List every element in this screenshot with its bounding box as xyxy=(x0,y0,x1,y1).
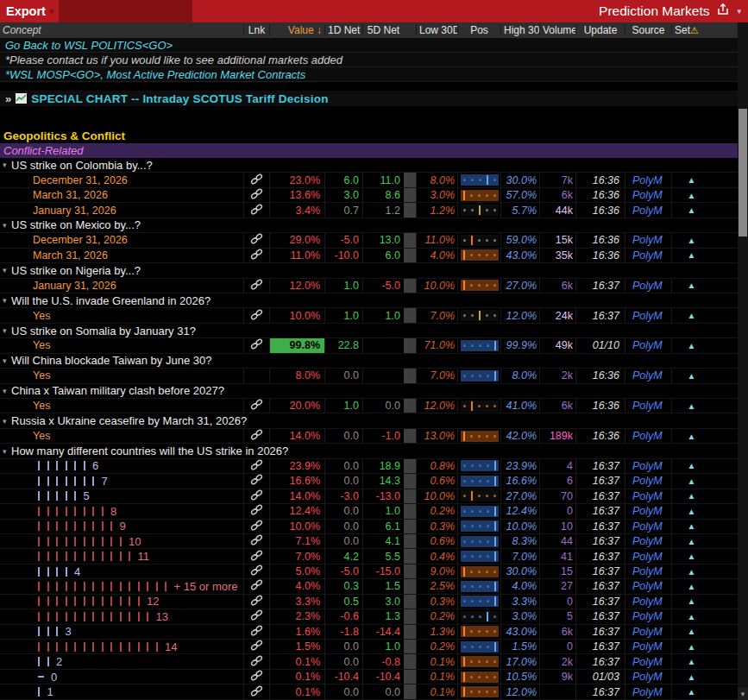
alert-triangle-icon[interactable]: ▲ xyxy=(688,205,696,215)
chain-link-icon[interactable] xyxy=(250,550,263,564)
collapse-caret-icon[interactable]: ▾ xyxy=(0,161,11,169)
collapse-caret-icon[interactable]: ▾ xyxy=(0,221,11,230)
col-pos[interactable]: Pos xyxy=(457,24,500,36)
alert-triangle-icon[interactable]: ▲ xyxy=(688,612,696,621)
vertical-scrollbar[interactable]: ▼ xyxy=(738,22,748,700)
market-question-row[interactable]: ▾China x Taiwan military clash before 20… xyxy=(0,384,738,399)
titlebar-caret-icon[interactable]: ▾ xyxy=(737,7,741,16)
alert-triangle-icon[interactable]: ▲ xyxy=(688,672,696,682)
market-question-row[interactable]: ▾US strike on Somalia by January 31? xyxy=(0,324,738,338)
alert-triangle-icon[interactable]: ▲ xyxy=(688,537,696,546)
col-concept[interactable]: Concept xyxy=(0,24,243,36)
chain-link-icon[interactable] xyxy=(250,655,263,669)
collapse-caret-icon[interactable]: ▾ xyxy=(0,266,11,274)
chain-link-icon[interactable] xyxy=(250,640,263,653)
alert-triangle-icon[interactable]: ▲ xyxy=(688,236,696,245)
chain-link-icon[interactable] xyxy=(250,204,263,218)
col-value[interactable]: Value ↓ xyxy=(269,24,324,36)
collapse-caret-icon[interactable]: ▾ xyxy=(0,387,11,395)
alert-triangle-icon[interactable]: ▲ xyxy=(688,657,696,666)
scrollbar-down-icon[interactable]: ▼ xyxy=(738,688,748,700)
chain-link-icon[interactable] xyxy=(250,399,263,413)
chain-link-icon[interactable] xyxy=(250,338,263,352)
alert-triangle-icon[interactable]: ▲ xyxy=(688,461,696,470)
chain-link-icon[interactable] xyxy=(250,173,263,187)
collapse-caret-icon[interactable]: ▾ xyxy=(0,417,11,426)
alert-triangle-icon[interactable]: ▲ xyxy=(688,341,696,350)
chain-link-icon[interactable] xyxy=(250,459,263,473)
chain-link-icon[interactable] xyxy=(250,579,263,593)
alert-triangle-icon[interactable]: ▲ xyxy=(688,596,696,606)
col-lnk[interactable]: Lnk xyxy=(243,24,269,36)
alert-triangle-icon[interactable]: ▲ xyxy=(688,401,696,411)
range-dot xyxy=(463,375,466,377)
chain-link-icon[interactable] xyxy=(250,520,263,533)
collapse-caret-icon[interactable]: ▾ xyxy=(0,296,11,305)
chain-link-icon[interactable] xyxy=(250,429,263,443)
alert-triangle-icon[interactable]: ▲ xyxy=(688,582,696,591)
alert-triangle-icon[interactable]: ▲ xyxy=(688,432,696,441)
chain-link-icon[interactable] xyxy=(250,670,263,684)
histogram-bar xyxy=(38,521,40,531)
chain-link-icon[interactable] xyxy=(250,279,263,293)
chain-link-icon[interactable] xyxy=(250,309,263,323)
chain-link-icon[interactable] xyxy=(250,685,263,699)
alert-triangle-icon[interactable]: ▲ xyxy=(688,491,696,501)
export-caret-icon[interactable]: ▾ xyxy=(49,6,54,17)
market-question-row[interactable]: ▾US strike on Colombia by...? xyxy=(0,158,738,173)
alert-triangle-icon[interactable]: ▲ xyxy=(688,567,696,577)
alert-triangle-icon[interactable]: ▲ xyxy=(688,687,696,697)
market-question-row[interactable]: ▾How many different countries will the U… xyxy=(0,444,738,458)
alert-triangle-icon[interactable]: ▲ xyxy=(688,250,696,260)
col-1d-net[interactable]: 1D Net xyxy=(324,24,362,36)
col-volume[interactable]: Volume xyxy=(539,24,575,36)
col-source[interactable]: Source xyxy=(625,24,671,36)
special-chart-link[interactable]: » SPECIAL CHART -- Intraday SCOTUS Tarif… xyxy=(0,91,738,106)
histogram-bar xyxy=(110,521,112,531)
market-question-row[interactable]: ▾US strike on Nigeria by...? xyxy=(0,263,738,278)
collapse-caret-icon[interactable]: ▾ xyxy=(0,326,11,335)
chain-link-icon[interactable] xyxy=(250,188,263,202)
market-question-row[interactable]: ▾US strike on Mexico by...? xyxy=(0,218,738,233)
chain-link-icon[interactable] xyxy=(250,249,263,262)
histogram-bar xyxy=(84,461,85,470)
collapse-caret-icon[interactable]: ▾ xyxy=(0,356,11,365)
chain-link-icon[interactable] xyxy=(250,625,263,639)
alert-triangle-icon[interactable]: ▲ xyxy=(688,642,696,652)
outcome-label: + 15 or more xyxy=(174,580,238,593)
alert-triangle-icon[interactable]: ▲ xyxy=(688,627,696,636)
alert-triangle-icon[interactable]: ▲ xyxy=(688,507,696,516)
chain-link-icon[interactable] xyxy=(250,504,263,518)
market-question-row[interactable]: ▾Will China blockade Taiwan by June 30? xyxy=(0,354,738,369)
chain-link-icon[interactable] xyxy=(250,489,263,503)
histogram-bar xyxy=(120,552,122,561)
chain-link-icon[interactable] xyxy=(250,595,263,609)
chain-link-icon[interactable] xyxy=(250,233,263,247)
col-5d-net[interactable]: 5D Net xyxy=(362,24,404,36)
market-question-row[interactable]: ▾Russia x Ukraine ceasefire by March 31,… xyxy=(0,413,738,428)
col-update[interactable]: Update xyxy=(575,24,625,36)
alert-triangle-icon[interactable]: ▲ xyxy=(688,552,696,561)
alert-triangle-icon[interactable]: ▲ xyxy=(688,311,696,320)
export-button[interactable]: Export xyxy=(0,4,49,18)
col-low-30d[interactable]: Low 30D xyxy=(416,24,457,36)
alert-triangle-icon[interactable]: ▲ xyxy=(688,191,696,200)
market-question-row[interactable]: ▾Will the U.S. invade Greenland in 2026? xyxy=(0,293,738,308)
export-dropdown-panel[interactable] xyxy=(59,0,192,22)
chain-link-icon[interactable] xyxy=(250,564,263,578)
link-wsl-mosp[interactable]: *WSL MOSP<GO>, Most Active Prediction Ma… xyxy=(0,67,738,82)
col-high-30d[interactable]: High 30D xyxy=(500,24,539,36)
alert-triangle-icon[interactable]: ▲ xyxy=(688,371,696,381)
alert-triangle-icon[interactable]: ▲ xyxy=(688,521,696,531)
chain-link-icon[interactable] xyxy=(250,474,263,488)
chain-link-icon[interactable] xyxy=(250,609,263,623)
alert-triangle-icon[interactable]: ▲ xyxy=(688,476,696,486)
scrollbar-thumb[interactable] xyxy=(739,109,747,236)
alert-triangle-icon[interactable]: ▲ xyxy=(688,175,696,185)
collapse-caret-icon[interactable]: ▾ xyxy=(0,447,11,456)
col-set[interactable]: Set⚠ xyxy=(671,24,711,36)
chain-link-icon[interactable] xyxy=(250,534,263,548)
link-go-back[interactable]: Go Back to WSL POLITICS<GO> xyxy=(0,38,738,53)
share-icon[interactable] xyxy=(716,3,730,20)
alert-triangle-icon[interactable]: ▲ xyxy=(688,281,696,290)
